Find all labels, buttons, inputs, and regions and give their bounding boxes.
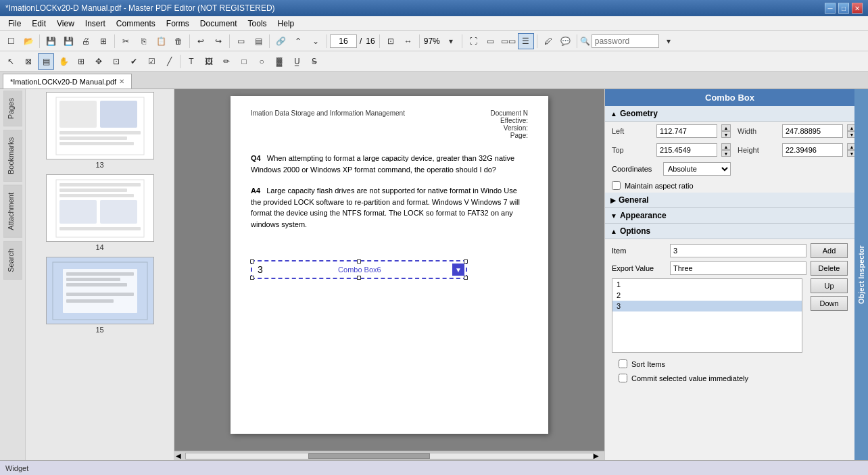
arrow-up-button[interactable]: ⌃	[290, 33, 306, 49]
highlight-button[interactable]: ▓	[271, 53, 287, 70]
pan-button[interactable]: ✥	[91, 53, 107, 70]
height-input[interactable]	[782, 143, 843, 157]
general-section-header[interactable]: ▶ General	[605, 193, 854, 208]
width-spin-down[interactable]: ▼	[847, 131, 854, 138]
scroll-right-btn[interactable]: ▶	[594, 452, 603, 459]
handle-bm[interactable]	[357, 276, 361, 280]
appearance-section-header[interactable]: ▼ Appearance	[605, 208, 854, 224]
width-input[interactable]	[782, 124, 843, 138]
list-box[interactable]: 1 2 3	[612, 278, 802, 353]
tab-close-button[interactable]: ✕	[119, 78, 124, 85]
commit-checkbox[interactable]	[619, 374, 627, 382]
menu-forms[interactable]: Forms	[161, 18, 195, 30]
thumbnail-13[interactable]: 13	[46, 92, 154, 169]
multiselect-button[interactable]: ⊞	[73, 53, 89, 70]
image-button[interactable]: 🖼	[201, 53, 217, 70]
list-item-1[interactable]: 1	[612, 279, 802, 290]
annot-button[interactable]: 🖊	[540, 33, 556, 49]
height-spin-down[interactable]: ▼	[847, 150, 854, 157]
zoom-fit-button[interactable]: ⊡	[383, 33, 399, 49]
shape1-button[interactable]: ▭	[233, 33, 249, 49]
down-button[interactable]: Down	[811, 296, 848, 311]
menu-comments[interactable]: Comments	[111, 18, 161, 30]
checkbox-button[interactable]: ☑	[143, 53, 160, 70]
document-tab[interactable]: *ImationLOCKv20-D Manual.pdf ✕	[3, 74, 132, 89]
combo-arrow[interactable]: ▼	[452, 264, 464, 276]
sort-items-checkbox[interactable]	[619, 359, 627, 368]
width-spin-up[interactable]: ▲	[847, 124, 854, 131]
open-button[interactable]: 📂	[20, 33, 37, 49]
h-scrollbar[interactable]: ◀ ▶	[174, 451, 604, 460]
pdf-scroll[interactable]: Imation Data Storage and Information Man…	[174, 89, 604, 451]
redo-button[interactable]: ↪	[210, 33, 226, 49]
menu-view[interactable]: View	[51, 18, 80, 30]
maintain-aspect-checkbox[interactable]	[612, 181, 621, 190]
fullscreen-button[interactable]: ⛶	[465, 33, 481, 49]
sidebar-tab-attachment[interactable]: Attachment	[3, 185, 22, 238]
circle-button[interactable]: ○	[254, 53, 270, 70]
search-input[interactable]	[592, 34, 659, 48]
text-select-button[interactable]: ▤	[38, 53, 54, 70]
object-inspector-sidebar[interactable]: Object Inspector	[854, 89, 868, 460]
snapshot-button[interactable]: ⊡	[108, 53, 124, 70]
pen-button[interactable]: ✏	[218, 53, 235, 70]
menu-edit[interactable]: Edit	[26, 18, 51, 30]
undo-button[interactable]: ↩	[193, 33, 209, 49]
close-button[interactable]: ✕	[852, 3, 863, 14]
sidebar-tab-pages[interactable]: Pages	[3, 91, 22, 126]
h-scroll-thumb[interactable]	[308, 453, 431, 459]
scan-button[interactable]: ⊞	[95, 33, 112, 49]
menu-help[interactable]: Help	[272, 18, 300, 30]
select-button[interactable]: ↖	[3, 53, 19, 70]
zoom-dropdown[interactable]: ▾	[443, 33, 459, 49]
height-spin-up[interactable]: ▲	[847, 143, 854, 150]
strikethrough-button[interactable]: S̶	[306, 53, 322, 70]
up-button[interactable]: Up	[811, 278, 848, 293]
h-scroll-track[interactable]	[185, 453, 594, 459]
delete-button[interactable]: 🗑	[170, 33, 187, 49]
top-spin-up[interactable]: ▲	[721, 143, 731, 150]
left-input[interactable]	[656, 124, 717, 138]
scroll-left-btn[interactable]: ◀	[176, 452, 185, 459]
text-button[interactable]: T	[183, 53, 199, 70]
zoom-width-button[interactable]: ↔	[400, 33, 416, 49]
arrow-down-button[interactable]: ⌄	[308, 33, 324, 49]
two-page-button[interactable]: ▭▭	[500, 33, 516, 49]
print-button[interactable]: 🖨	[78, 33, 94, 49]
handle-br[interactable]	[464, 276, 468, 280]
options-section-header[interactable]: ▲ Options	[605, 224, 854, 239]
handle-tl[interactable]	[250, 259, 254, 264]
cut-button[interactable]: ✂	[118, 33, 134, 49]
sidebar-tab-search[interactable]: Search	[3, 241, 22, 280]
thumbnail-15[interactable]: 15	[46, 257, 154, 334]
export-value-input[interactable]	[670, 261, 806, 275]
add-button[interactable]: Add	[811, 243, 848, 258]
paste-button[interactable]: 📋	[153, 33, 169, 49]
thumbnail-14[interactable]: 14	[46, 174, 154, 251]
new-button[interactable]: ☐	[3, 33, 19, 49]
save-all-button[interactable]: 💾	[60, 33, 76, 49]
menu-tools[interactable]: Tools	[243, 18, 272, 30]
single-page-button[interactable]: ▭	[483, 33, 499, 49]
left-spin-down[interactable]: ▼	[721, 131, 731, 138]
handle-tr[interactable]	[464, 259, 468, 264]
rect-button[interactable]: □	[236, 53, 252, 70]
list-item-3[interactable]: 3	[612, 301, 802, 311]
check-button[interactable]: ✔	[126, 53, 142, 70]
list-item-2[interactable]: 2	[612, 290, 802, 301]
link-button[interactable]: 🔗	[272, 33, 289, 49]
coordinates-select[interactable]: Absolute	[663, 162, 731, 176]
search-options-button[interactable]: ▾	[660, 33, 677, 49]
maximize-button[interactable]: □	[838, 3, 849, 14]
hand-button[interactable]: ✋	[55, 53, 72, 70]
geometry-section-header[interactable]: ▲ Geometry	[605, 106, 854, 122]
item-input[interactable]	[670, 244, 806, 257]
sidebar-tab-bookmarks[interactable]: Bookmarks	[3, 130, 22, 182]
save-button[interactable]: 💾	[43, 33, 59, 49]
menu-insert[interactable]: Insert	[80, 18, 111, 30]
copy-button[interactable]: ⎘	[135, 33, 151, 49]
shape2-button[interactable]: ▤	[250, 33, 266, 49]
page-number-input[interactable]	[330, 34, 357, 48]
handle-tm[interactable]	[357, 259, 361, 264]
top-input[interactable]	[656, 143, 717, 157]
